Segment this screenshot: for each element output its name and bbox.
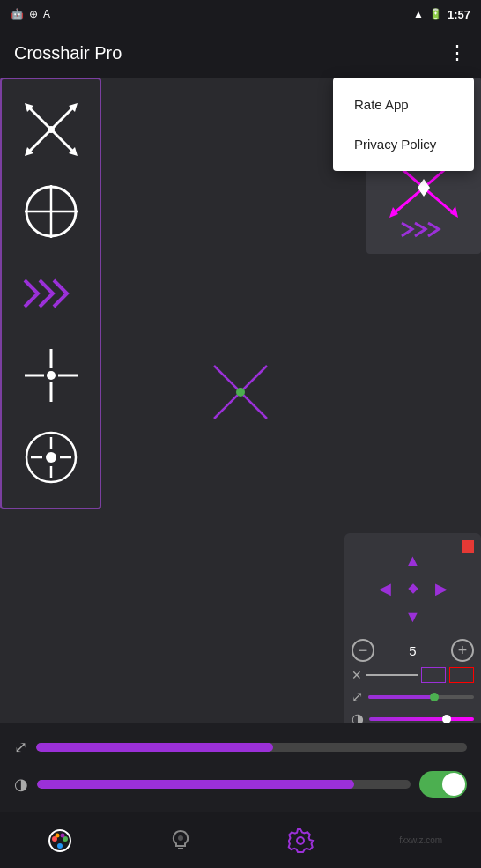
x-icon: ✕ — [352, 668, 362, 682]
opacity-slider-icon: ◑ — [14, 775, 28, 794]
size-slider-row: ⤢ — [14, 738, 467, 757]
time-display: 1:57 — [448, 8, 470, 21]
svg-point-40 — [56, 833, 60, 837]
decrement-btn[interactable]: − — [352, 639, 374, 662]
divider-line — [366, 674, 418, 676]
privacy-policy-item[interactable]: Privacy Policy — [333, 124, 474, 164]
red-indicator — [462, 540, 474, 553]
size-mini-fill — [368, 695, 432, 699]
svg-marker-30 — [389, 207, 398, 218]
center-diamond — [408, 583, 418, 593]
size-slider-track[interactable] — [36, 743, 467, 752]
opacity-slider-row-main: ◑ — [14, 771, 467, 798]
svg-point-6 — [48, 126, 55, 133]
nav-settings[interactable] — [274, 814, 327, 867]
expand-slider-row: ⤢ — [352, 688, 474, 705]
center-crosshair-display — [201, 352, 280, 435]
svg-point-20 — [46, 452, 56, 463]
crosshair-option-2[interactable] — [16, 176, 86, 247]
box-outline-2[interactable] — [449, 667, 474, 683]
counter-row: − 5 + — [352, 639, 474, 662]
svg-point-42 — [178, 835, 183, 841]
nav-bulb[interactable] — [154, 814, 207, 867]
status-bar-right: ▲ 🔋 1:57 — [413, 8, 470, 21]
svg-point-39 — [57, 843, 63, 849]
size-mini-slider[interactable] — [368, 695, 474, 699]
wifi-icon: ⊕ — [29, 8, 38, 20]
battery-icon: 🔋 — [429, 8, 442, 20]
opacity-slider-track[interactable] — [37, 780, 411, 789]
opacity-slider-fill — [37, 780, 354, 789]
crosshair-option-3[interactable] — [16, 258, 86, 329]
app-icon: A — [43, 8, 50, 20]
size-slider-fill — [36, 743, 273, 752]
crosshair-selector-panel — [0, 78, 101, 509]
svg-point-41 — [61, 833, 65, 837]
arrow-up-btn[interactable]: ▲ — [400, 547, 426, 574]
dropdown-menu: Rate App Privacy Policy — [333, 78, 474, 171]
overflow-menu-icon[interactable]: ⋮ — [448, 41, 467, 64]
toggle-knob — [442, 773, 465, 796]
arrow-right-btn[interactable]: ▶ — [428, 575, 455, 602]
color-mini-knob — [442, 715, 451, 723]
direction-pad: ▲ ◀ ▶ ▼ — [372, 547, 455, 630]
svg-point-35 — [236, 388, 245, 397]
toggle-switch[interactable] — [419, 771, 467, 798]
arrow-down-btn[interactable]: ▼ — [400, 604, 426, 630]
android-icon: 🤖 — [11, 8, 24, 20]
color-mini-slider[interactable] — [369, 717, 474, 721]
app-bar: Crosshair Pro ⋮ — [0, 28, 481, 78]
svg-point-43 — [297, 837, 304, 844]
svg-marker-32 — [418, 179, 430, 197]
nav-palette[interactable] — [33, 814, 86, 867]
bottom-nav: fxxw.z.com — [0, 812, 481, 868]
crosshair-option-5[interactable] — [16, 422, 86, 493]
increment-btn[interactable]: + — [451, 639, 474, 662]
crosshair-option-1[interactable] — [16, 94, 86, 165]
arrow-left-btn[interactable]: ◀ — [372, 575, 398, 602]
crosshair-option-4[interactable] — [16, 340, 86, 411]
size-slider-icon: ⤢ — [14, 738, 27, 757]
style-row: ✕ — [352, 667, 474, 683]
status-bar: 🤖 ⊕ A ▲ 🔋 1:57 — [0, 0, 481, 28]
size-mini-knob — [430, 693, 439, 701]
main-content: ▲ ◀ ▶ ▼ − 5 + ✕ ⤢ — [0, 78, 481, 780]
app-title: Crosshair Pro — [14, 43, 122, 63]
box-outline-1[interactable] — [421, 667, 446, 683]
status-bar-left: 🤖 ⊕ A — [11, 8, 50, 20]
signal-icon: ▲ — [413, 8, 424, 20]
svg-point-14 — [47, 371, 56, 380]
rate-app-item[interactable]: Rate App — [333, 85, 474, 124]
expand-icon: ⤢ — [352, 688, 363, 705]
svg-marker-31 — [450, 206, 458, 218]
nav-watermark: fxxw.z.com — [395, 814, 448, 867]
counter-value: 5 — [409, 643, 416, 658]
bottom-sliders: ⤢ ◑ — [0, 723, 481, 812]
